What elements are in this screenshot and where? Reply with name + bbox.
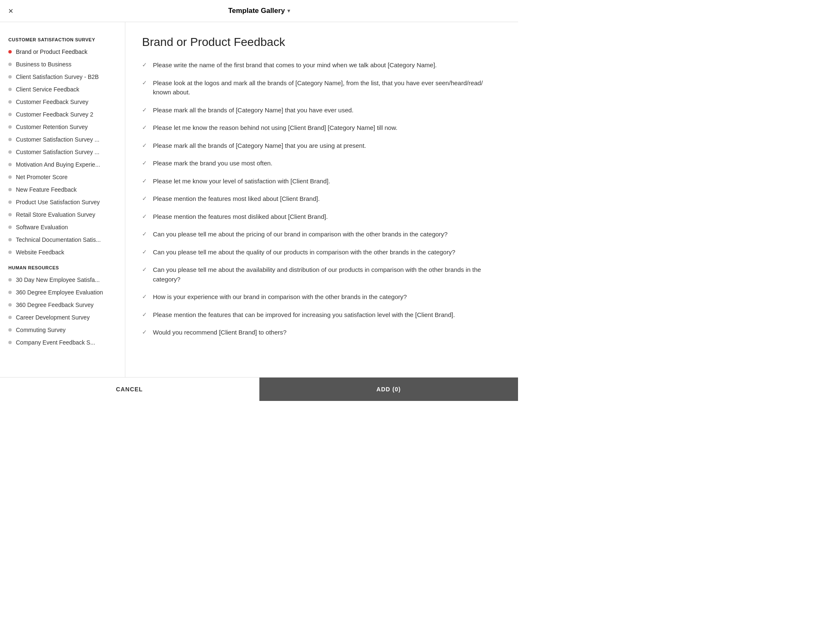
question-item: ✓Please let me know your level of satisf… [142,177,501,186]
sidebar-item-0-12[interactable]: Product Use Satisfaction Survey [0,196,125,208]
sidebar-item-label: Website Feedback [16,249,64,256]
title-text: Template Gallery [228,7,285,15]
question-item: ✓Please mark all the brands of [Category… [142,106,501,115]
sidebar-item-label: New Feature Feedback [16,186,77,193]
question-text: How is your experience with our brand in… [153,292,407,302]
header-title: Template Gallery ▾ [228,7,290,15]
sidebar-item-label: Career Development Survey [16,314,90,321]
inactive-dot-icon [8,188,12,191]
sidebar-item-0-14[interactable]: Software Evaluation [0,221,125,233]
question-text: Please let me know the reason behind not… [153,123,397,133]
check-icon: ✓ [142,266,147,273]
check-icon: ✓ [142,213,147,220]
sidebar-item-0-3[interactable]: Client Service Feedback [0,83,125,96]
sidebar-section-title-1: HUMAN RESOURCES [0,259,125,274]
sidebar-item-label: Brand or Product Feedback [16,48,87,55]
sidebar-item-0-4[interactable]: Customer Feedback Survey [0,96,125,108]
add-button[interactable]: ADD (0) [259,378,518,401]
sidebar-item-0-13[interactable]: Retail Store Evaluation Survey [0,208,125,221]
sidebar-item-1-4[interactable]: Commuting Survey [0,324,125,336]
question-item: ✓How is your experience with our brand i… [142,292,501,302]
check-icon: ✓ [142,106,147,113]
inactive-dot-icon [8,303,12,307]
sidebar-item-label: Customer Feedback Survey 2 [16,111,93,118]
sidebar-item-label: Customer Satisfaction Survey ... [16,149,99,155]
sidebar-item-0-1[interactable]: Business to Business [0,58,125,71]
inactive-dot-icon [8,213,12,216]
sidebar-item-1-3[interactable]: Career Development Survey [0,311,125,324]
inactive-dot-icon [8,88,12,91]
sidebar-item-label: 30 Day New Employee Satisfa... [16,276,100,283]
sidebar-item-0-11[interactable]: New Feature Feedback [0,183,125,196]
sidebar-item-label: Business to Business [16,61,71,68]
inactive-dot-icon [8,291,12,294]
sidebar-item-1-2[interactable]: 360 Degree Feedback Survey [0,299,125,311]
sidebar-item-0-0[interactable]: Brand or Product Feedback [0,46,125,58]
sidebar-item-0-6[interactable]: Customer Retention Survey [0,121,125,133]
inactive-dot-icon [8,238,12,241]
inactive-dot-icon [8,175,12,179]
question-item: ✓Please let me know the reason behind no… [142,123,501,133]
inactive-dot-icon [8,75,12,79]
sidebar-item-label: Technical Documentation Satis... [16,236,101,243]
question-text: Please let me know your level of satisfa… [153,177,330,186]
check-icon: ✓ [142,195,147,202]
sidebar-item-0-10[interactable]: Net Promoter Score [0,171,125,183]
sidebar-item-label: Customer Feedback Survey [16,99,89,105]
question-text: Please write the name of the first brand… [153,61,437,70]
chevron-down-icon: ▾ [287,8,290,14]
inactive-dot-icon [8,138,12,141]
active-dot-icon [8,50,12,53]
sidebar-item-label: Motivation And Buying Experie... [16,161,100,168]
sidebar-item-label: 360 Degree Feedback Survey [16,302,94,308]
sidebar-item-label: Customer Satisfaction Survey ... [16,136,99,143]
sidebar-item-1-0[interactable]: 30 Day New Employee Satisfa... [0,274,125,286]
sidebar-item-label: Company Event Feedback S... [16,339,95,346]
sidebar-item-label: Client Service Feedback [16,86,79,93]
question-item: ✓Please write the name of the first bran… [142,61,501,70]
inactive-dot-icon [8,200,12,204]
sidebar-item-0-15[interactable]: Technical Documentation Satis... [0,233,125,246]
question-text: Please mention the features that can be … [153,310,455,320]
inactive-dot-icon [8,251,12,254]
sidebar-item-0-9[interactable]: Motivation And Buying Experie... [0,158,125,171]
question-text: Would you recommend [Client Brand] to ot… [153,328,287,337]
sidebar-item-label: 360 Degree Employee Evaluation [16,289,103,296]
inactive-dot-icon [8,328,12,332]
check-icon: ✓ [142,248,147,255]
sidebar-item-0-5[interactable]: Customer Feedback Survey 2 [0,108,125,121]
close-button[interactable]: × [8,7,13,15]
sidebar-item-1-5[interactable]: Company Event Feedback S... [0,336,125,349]
sidebar-item-1-1[interactable]: 360 Degree Employee Evaluation [0,286,125,299]
question-item: ✓Please mention the features most liked … [142,194,501,204]
cancel-button[interactable]: CANCEL [0,378,259,401]
sidebar: CUSTOMER SATISFACTION SURVEYBrand or Pro… [0,22,125,377]
question-text: Please mention the features most liked a… [153,194,320,204]
question-text: Please mark all the brands of [Category … [153,106,353,115]
inactive-dot-icon [8,226,12,229]
question-item: ✓Would you recommend [Client Brand] to o… [142,328,501,337]
question-item: ✓Please mark the brand you use most ofte… [142,159,501,168]
sidebar-item-0-2[interactable]: Client Satisfaction Survey - B2B [0,71,125,83]
content-title: Brand or Product Feedback [142,35,501,49]
question-item: ✓Please mention the features that can be… [142,310,501,320]
sidebar-item-0-16[interactable]: Website Feedback [0,246,125,259]
sidebar-item-label: Net Promoter Score [16,174,68,180]
question-list: ✓Please write the name of the first bran… [142,61,501,337]
content-area: Brand or Product Feedback ✓Please write … [125,22,518,377]
sidebar-item-label: Customer Retention Survey [16,124,88,130]
sidebar-item-0-7[interactable]: Customer Satisfaction Survey ... [0,133,125,146]
check-icon: ✓ [142,177,147,184]
inactive-dot-icon [8,125,12,129]
header: × Template Gallery ▾ [0,0,518,22]
question-item: ✓Please mark all the brands of [Category… [142,141,501,151]
check-icon: ✓ [142,293,147,300]
question-item: ✓Please look at the logos and mark all t… [142,79,501,97]
inactive-dot-icon [8,341,12,344]
question-item: ✓Can you please tell me about the qualit… [142,248,501,257]
sidebar-item-0-8[interactable]: Customer Satisfaction Survey ... [0,146,125,158]
check-icon: ✓ [142,61,147,68]
question-item: ✓Please mention the features most dislik… [142,212,501,222]
sidebar-item-label: Commuting Survey [16,327,66,333]
sidebar-item-label: Client Satisfaction Survey - B2B [16,74,99,80]
